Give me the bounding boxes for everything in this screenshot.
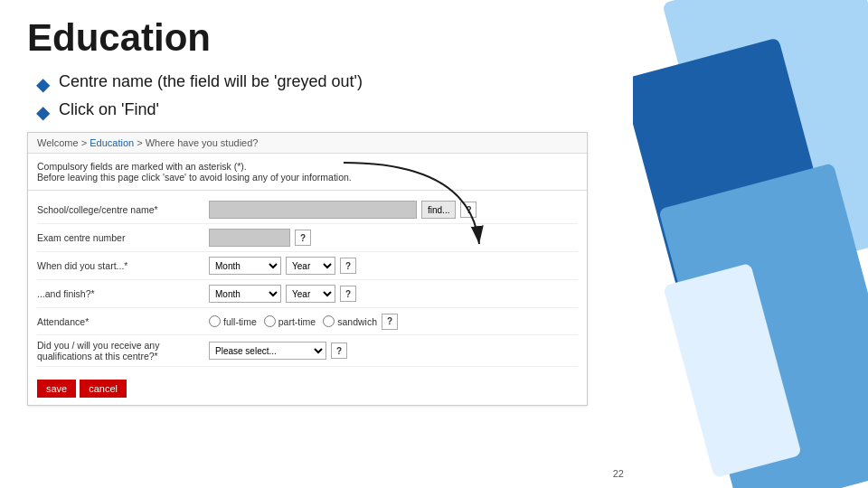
breadcrumb-education[interactable]: Education [90, 137, 134, 148]
form-info-line1: Compulsory fields are marked with an ast… [37, 161, 578, 172]
breadcrumb-current: Where have you studied? [146, 137, 259, 148]
finish-month-select[interactable]: Month JanuaryFebruaryMarch AprilMayJune … [209, 285, 281, 303]
attendance-field: full-time part-time sandwich ? [209, 314, 578, 330]
radio-parttime-label: part-time [278, 316, 316, 327]
breadcrumb-sep1: > [81, 137, 90, 148]
cancel-button[interactable]: cancel [80, 380, 127, 398]
exam-centre-label: Exam centre number [37, 232, 209, 243]
finish-date-row: ...and finish?* Month JanuaryFebruaryMar… [37, 280, 578, 308]
school-name-field: find... ? [209, 201, 578, 219]
qualifications-help[interactable]: ? [331, 343, 347, 359]
school-name-help[interactable]: ? [460, 202, 476, 218]
bullet-item-2: ◆ Click on 'Find' [36, 100, 841, 123]
finish-date-field: Month JanuaryFebruaryMarch AprilMayJune … [209, 285, 578, 303]
breadcrumb: Welcome > Education > Where have you stu… [28, 133, 587, 154]
start-date-label: When did you start...* [37, 260, 209, 271]
radio-sandwich[interactable]: sandwich [323, 315, 377, 327]
page-title: Education [27, 16, 841, 60]
radio-sandwich-label: sandwich [337, 316, 377, 327]
finish-year-select[interactable]: Year 2020202120222023 [286, 285, 335, 303]
qualifications-label: Did you / will you receive any qualifica… [37, 340, 209, 361]
start-month-select[interactable]: Month JanuaryFebruaryMarch AprilMayJune … [209, 257, 281, 275]
attendance-help[interactable]: ? [382, 314, 398, 330]
start-date-field: Month JanuaryFebruaryMarch AprilMayJune … [209, 257, 578, 275]
bullet-text-2: Click on 'Find' [59, 100, 159, 119]
form-info-line2: Before leaving this page click 'save' to… [37, 172, 578, 183]
radio-sandwich-input[interactable] [323, 315, 335, 327]
qualifications-field: Please select... Yes No ? [209, 342, 578, 360]
attendance-radio-group: full-time part-time sandwich [209, 315, 377, 327]
find-button[interactable]: find... [421, 201, 456, 219]
form-body: School/college/centre name* find... ? Ex… [28, 191, 587, 372]
breadcrumb-welcome: Welcome [37, 137, 79, 148]
radio-fulltime[interactable]: full-time [209, 315, 257, 327]
school-name-input[interactable] [209, 201, 417, 219]
school-name-row: School/college/centre name* find... ? [37, 196, 578, 224]
slide-number: 22 [613, 468, 624, 479]
breadcrumb-sep2: > [137, 137, 145, 148]
bullet-text-1: Centre name (the field will be 'greyed o… [59, 72, 363, 91]
qualifications-select[interactable]: Please select... Yes No [209, 342, 326, 360]
exam-centre-field: ? [209, 229, 578, 247]
radio-parttime[interactable]: part-time [264, 315, 316, 327]
start-date-row: When did you start...* Month JanuaryFebr… [37, 252, 578, 280]
start-year-select[interactable]: Year 2020202120222023 [286, 257, 335, 275]
form-actions: save cancel [28, 372, 587, 405]
attendance-row: Attendance* full-time part-time [37, 308, 578, 335]
exam-centre-input[interactable] [209, 229, 290, 247]
finish-date-help[interactable]: ? [340, 286, 356, 302]
attendance-label: Attendance* [37, 316, 209, 327]
qualifications-row: Did you / will you receive any qualifica… [37, 335, 578, 367]
save-button[interactable]: save [37, 380, 76, 398]
start-date-help[interactable]: ? [340, 258, 356, 274]
radio-parttime-input[interactable] [264, 315, 276, 327]
bullet-diamond-icon: ◆ [36, 73, 50, 95]
exam-centre-row: Exam centre number ? [37, 224, 578, 252]
finish-date-label: ...and finish?* [37, 288, 209, 299]
form-panel: Welcome > Education > Where have you stu… [27, 132, 588, 406]
bullet-list: ◆ Centre name (the field will be 'greyed… [36, 72, 841, 123]
school-name-label: School/college/centre name* [37, 204, 209, 215]
exam-centre-help[interactable]: ? [295, 230, 311, 246]
bullet-diamond-icon-2: ◆ [36, 101, 50, 123]
radio-fulltime-label: full-time [223, 316, 257, 327]
form-info: Compulsory fields are marked with an ast… [28, 154, 587, 191]
radio-fulltime-input[interactable] [209, 315, 221, 327]
bullet-item-1: ◆ Centre name (the field will be 'greyed… [36, 72, 841, 95]
